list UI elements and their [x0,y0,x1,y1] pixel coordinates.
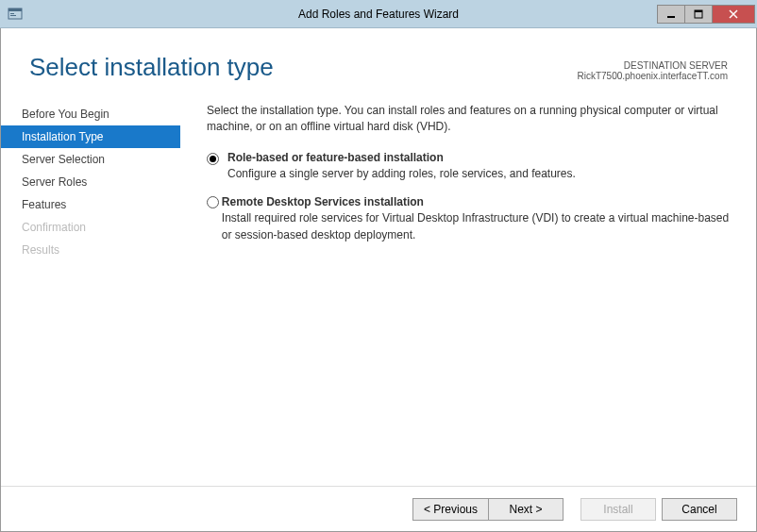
option-role-based-title: Role-based or feature-based installation [227,151,576,164]
body-area: Before You Begin Installation Type Serve… [1,99,756,486]
option-rds-title: Remote Desktop Services installation [222,195,730,208]
destination-info: DESTINATION SERVER RickT7500.phoenix.int… [577,60,728,81]
footer: < Previous Next > Install Cancel [1,486,756,531]
window-controls [658,5,755,24]
header-area: Select installation type DESTINATION SER… [1,28,756,99]
destination-value: RickT7500.phoenix.interfaceTT.com [577,71,728,81]
nav-server-selection[interactable]: Server Selection [1,148,180,171]
option-role-based[interactable]: Role-based or feature-based installation… [207,151,730,182]
option-rds[interactable]: Remote Desktop Services installation Ins… [207,195,730,243]
main-panel: Select the installation type. You can in… [180,99,756,486]
radio-rds[interactable] [207,196,219,208]
titlebar[interactable]: Add Roles and Features Wizard [0,0,757,28]
next-button[interactable]: Next > [488,498,564,521]
nav-panel: Before You Begin Installation Type Serve… [1,99,180,486]
page-title: Select installation type [29,53,274,82]
nav-features[interactable]: Features [1,193,180,216]
close-button[interactable] [712,5,755,24]
destination-label: DESTINATION SERVER [577,60,728,71]
svg-rect-1 [8,8,22,11]
option-role-based-desc: Configure a single server by adding role… [227,166,576,182]
svg-rect-3 [10,15,16,16]
nav-results: Results [1,239,180,261]
wizard-content: Select installation type DESTINATION SER… [0,28,757,532]
nav-server-roles[interactable]: Server Roles [1,171,180,193]
install-button: Install [580,498,656,521]
svg-rect-2 [10,13,14,14]
nav-before-you-begin[interactable]: Before You Begin [1,103,180,125]
radio-role-based[interactable] [207,153,219,165]
option-rds-desc: Install required role services for Virtu… [222,210,730,243]
window-title: Add Roles and Features Wizard [298,8,459,21]
maximize-button[interactable] [684,5,713,24]
nav-confirmation: Confirmation [1,216,180,239]
nav-installation-type[interactable]: Installation Type [1,125,180,148]
previous-button[interactable]: < Previous [412,498,488,521]
intro-text: Select the installation type. You can in… [207,103,730,136]
cancel-button[interactable]: Cancel [662,498,737,521]
app-icon [8,7,23,22]
minimize-button[interactable] [657,5,685,24]
